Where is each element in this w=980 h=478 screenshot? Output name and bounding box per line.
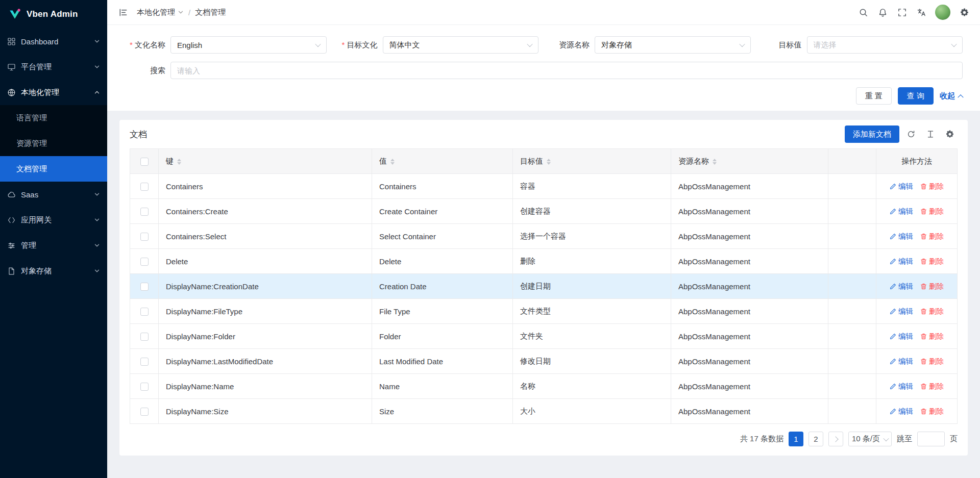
edit-button[interactable]: 编辑 bbox=[890, 407, 913, 416]
edit-button[interactable]: 编辑 bbox=[890, 382, 913, 391]
column-header-key[interactable]: 键 bbox=[159, 149, 372, 174]
column-header-resource[interactable]: 资源名称 bbox=[671, 149, 828, 174]
table-row[interactable]: DisplayName:LastModifiedDate Last Modifi… bbox=[130, 349, 958, 374]
search-input[interactable] bbox=[170, 62, 963, 79]
delete-button[interactable]: 删除 bbox=[920, 407, 944, 416]
column-label: 值 bbox=[379, 157, 387, 165]
target-value-select[interactable]: 请选择 bbox=[807, 36, 963, 54]
delete-button[interactable]: 删除 bbox=[920, 382, 944, 391]
sidebar-item-language-management[interactable]: 语言管理 bbox=[0, 105, 107, 131]
logo[interactable]: Vben Admin bbox=[0, 0, 107, 29]
resource-name-select[interactable]: 对象存储 bbox=[595, 36, 751, 54]
sort-icon bbox=[390, 159, 395, 165]
next-page-button[interactable] bbox=[828, 432, 843, 446]
pagination: 共 17 条数据 1 2 10 条/页 跳至 页 bbox=[130, 424, 958, 452]
sidebar-item-object-storage[interactable]: 对象存储 bbox=[0, 258, 107, 284]
gateway-icon bbox=[7, 216, 16, 224]
chevron-up-icon bbox=[958, 94, 963, 100]
menu-fold-button[interactable] bbox=[114, 4, 132, 21]
select-all-checkbox[interactable] bbox=[140, 158, 149, 166]
row-checkbox[interactable] bbox=[140, 383, 149, 391]
translate-button[interactable] bbox=[913, 4, 930, 21]
column-header-target[interactable]: 目标值 bbox=[513, 149, 671, 174]
refresh-button[interactable] bbox=[903, 127, 919, 142]
row-checkbox[interactable] bbox=[140, 183, 149, 191]
culture-name-select[interactable]: English bbox=[170, 36, 327, 54]
edit-button[interactable]: 编辑 bbox=[890, 332, 913, 341]
row-checkbox[interactable] bbox=[140, 258, 149, 266]
sidebar-item-localization[interactable]: 本地化管理 bbox=[0, 80, 107, 105]
jump-page-input[interactable] bbox=[917, 432, 945, 446]
delete-button[interactable]: 删除 bbox=[920, 257, 944, 266]
table-row[interactable]: DisplayName:Name Name 名称 AbpOssManagemen… bbox=[130, 374, 958, 399]
edit-button[interactable]: 编辑 bbox=[890, 307, 913, 316]
edit-button[interactable]: 编辑 bbox=[890, 357, 913, 366]
row-checkbox[interactable] bbox=[140, 208, 149, 216]
column-header-value[interactable]: 值 bbox=[372, 149, 513, 174]
row-checkbox[interactable] bbox=[140, 358, 149, 366]
gear-icon bbox=[960, 8, 969, 17]
delete-button[interactable]: 删除 bbox=[920, 307, 944, 316]
row-checkbox[interactable] bbox=[140, 233, 149, 241]
breadcrumb-parent[interactable]: 本地化管理 bbox=[137, 8, 184, 17]
table-row[interactable]: Containers:Create Create Container 创建容器 … bbox=[130, 199, 958, 224]
sidebar-item-label: 应用网关 bbox=[21, 215, 89, 225]
cell-value: Name bbox=[372, 374, 513, 399]
table-row[interactable]: Containers:Select Select Container 选择一个容… bbox=[130, 224, 958, 249]
total-count: 共 17 条数据 bbox=[740, 434, 783, 444]
sidebar-item-management[interactable]: 管理 bbox=[0, 233, 107, 258]
table-row[interactable]: Delete Delete 删除 AbpOssManagement 编辑删除 bbox=[130, 249, 958, 274]
page-size-select[interactable]: 10 条/页 bbox=[848, 432, 892, 446]
delete-button[interactable]: 删除 bbox=[920, 332, 944, 341]
cell-resource: AbpOssManagement bbox=[671, 199, 828, 224]
sidebar-item-document-management[interactable]: 文档管理 bbox=[0, 156, 107, 182]
breadcrumb-parent-label: 本地化管理 bbox=[137, 8, 175, 17]
cell-value: Select Container bbox=[372, 224, 513, 249]
table-row-highlighted[interactable]: DisplayName:CreationDate Creation Date 创… bbox=[130, 274, 958, 299]
chevron-down-icon bbox=[94, 217, 100, 223]
edit-button[interactable]: 编辑 bbox=[890, 207, 913, 216]
fullscreen-button[interactable] bbox=[893, 4, 911, 21]
row-checkbox[interactable] bbox=[140, 308, 149, 316]
delete-button[interactable]: 删除 bbox=[920, 232, 944, 241]
column-settings-button[interactable] bbox=[942, 127, 958, 142]
sidebar-item-dashboard[interactable]: Dashboard bbox=[0, 29, 107, 54]
sidebar-item-resource-management[interactable]: 资源管理 bbox=[0, 131, 107, 156]
query-button[interactable]: 查 询 bbox=[898, 87, 934, 105]
target-culture-select[interactable]: 简体中文 bbox=[383, 36, 539, 54]
notification-button[interactable] bbox=[874, 4, 891, 21]
page-button-1[interactable]: 1 bbox=[789, 432, 803, 446]
row-checkbox[interactable] bbox=[140, 408, 149, 416]
search-button[interactable] bbox=[854, 4, 872, 21]
avatar[interactable] bbox=[935, 5, 950, 20]
edit-button[interactable]: 编辑 bbox=[890, 257, 913, 266]
filter-panel: 文化名称 English 目标文化 简体中文 bbox=[107, 25, 980, 111]
collapse-link[interactable]: 收起 bbox=[940, 91, 963, 101]
row-height-button[interactable] bbox=[923, 127, 938, 142]
sort-icon bbox=[547, 159, 551, 165]
sidebar-item-gateway[interactable]: 应用网关 bbox=[0, 207, 107, 233]
table-row[interactable]: DisplayName:Folder Folder 文件夹 AbpOssMana… bbox=[130, 324, 958, 349]
delete-button[interactable]: 删除 bbox=[920, 282, 944, 291]
table-row[interactable]: Containers Containers 容器 AbpOssManagemen… bbox=[130, 174, 958, 199]
cell-value: Creation Date bbox=[372, 274, 513, 299]
cell-spacer bbox=[828, 374, 876, 399]
add-document-button[interactable]: 添加新文档 bbox=[845, 125, 899, 143]
delete-button[interactable]: 删除 bbox=[920, 207, 944, 216]
delete-button[interactable]: 删除 bbox=[920, 357, 944, 366]
delete-button[interactable]: 删除 bbox=[920, 182, 944, 191]
settings-button[interactable] bbox=[955, 4, 973, 21]
row-checkbox[interactable] bbox=[140, 283, 149, 291]
edit-button[interactable]: 编辑 bbox=[890, 282, 913, 291]
culture-name-label: 文化名称 bbox=[114, 40, 170, 50]
edit-button[interactable]: 编辑 bbox=[890, 232, 913, 241]
sidebar-item-platform[interactable]: 平台管理 bbox=[0, 54, 107, 80]
jump-label: 跳至 bbox=[897, 434, 912, 444]
row-checkbox[interactable] bbox=[140, 333, 149, 341]
table-row[interactable]: DisplayName:FileType File Type 文件类型 AbpO… bbox=[130, 299, 958, 324]
table-row[interactable]: DisplayName:Size Size 大小 AbpOssManagemen… bbox=[130, 399, 958, 424]
sidebar-item-saas[interactable]: Saas bbox=[0, 182, 107, 207]
page-button-2[interactable]: 2 bbox=[808, 432, 823, 446]
edit-button[interactable]: 编辑 bbox=[890, 182, 913, 191]
reset-button[interactable]: 重 置 bbox=[856, 87, 892, 105]
